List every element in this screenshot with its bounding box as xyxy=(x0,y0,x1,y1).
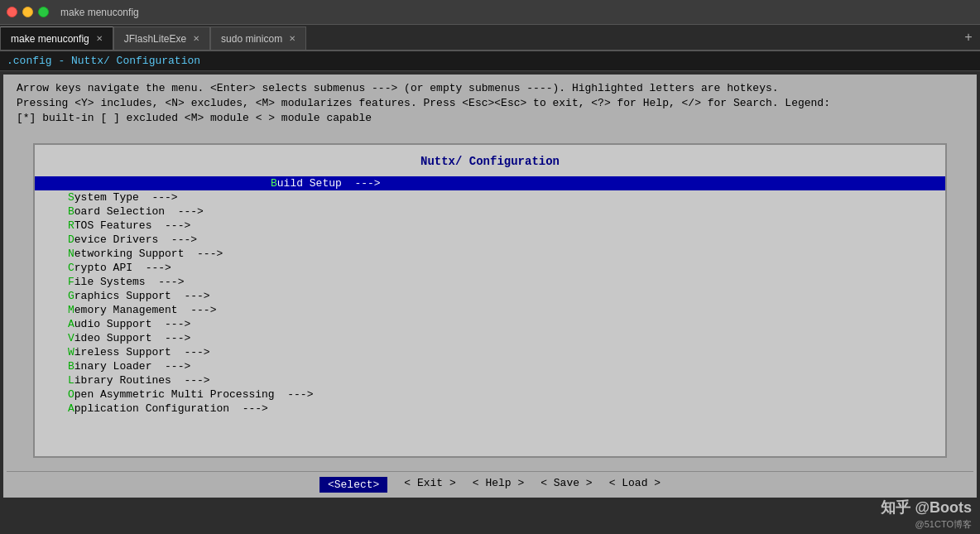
menu-item-9[interactable]: Memory Management ---> xyxy=(35,303,945,317)
menu-items-container: Build Setup --->System Type --->Board Se… xyxy=(35,176,945,416)
menu-item-15[interactable]: Open Asymmetric Multi Processing ---> xyxy=(35,387,945,402)
hotkey-2: B xyxy=(68,205,74,218)
menu-item-4[interactable]: Device Drivers ---> xyxy=(35,233,945,247)
menu-item-11[interactable]: Video Support ---> xyxy=(35,331,945,345)
hotkey-14: L xyxy=(68,374,74,387)
hotkey-8: G xyxy=(68,290,74,302)
save-button[interactable]: < Save > xyxy=(540,477,592,493)
menu-item-13[interactable]: Binary Loader ---> xyxy=(35,359,945,373)
hotkey-6: C xyxy=(68,262,74,274)
menu-item-7[interactable]: File Systems ---> xyxy=(35,275,945,289)
close-button[interactable] xyxy=(7,7,17,17)
window-chrome: make menuconfig xyxy=(0,0,980,25)
hotkey-1: S xyxy=(68,191,74,204)
menu-item-5[interactable]: Networking Support ---> xyxy=(35,247,945,261)
hotkey-4: D xyxy=(68,233,74,246)
load-button[interactable]: < Load > xyxy=(609,477,661,493)
watermark: 知乎 @Boots xyxy=(881,498,972,517)
terminal-line3: [*] built-in [ ] excluded <M> module < >… xyxy=(17,111,963,126)
menu-item-10[interactable]: Audio Support ---> xyxy=(35,317,945,331)
hotkey-15: O xyxy=(68,388,74,401)
watermark2: @51CTO博客 xyxy=(915,518,972,531)
terminal-line1: Arrow keys navigate the menu. <Enter> se… xyxy=(17,81,963,96)
maximize-button[interactable] xyxy=(38,7,49,17)
select-button[interactable]: <Select> xyxy=(319,477,387,493)
tab-jflashliteexe[interactable]: JFlashLiteExe ✕ xyxy=(113,26,210,50)
tab-bar: make menuconfig ✕ JFlashLiteExe ✕ sudo m… xyxy=(0,25,980,51)
hotkey-3: R xyxy=(68,219,74,232)
hotkey-16: A xyxy=(68,402,74,415)
tab-close-2[interactable]: ✕ xyxy=(193,34,199,43)
window-title: make menuconfig xyxy=(60,7,139,18)
config-title-bar: .config - Nuttx/ Configuration xyxy=(0,51,980,71)
hotkey-10: A xyxy=(68,318,74,330)
content-area: Arrow keys navigate the menu. <Enter> se… xyxy=(3,75,977,498)
main-area: Nuttx/ Configuration Build Setup --->Sys… xyxy=(7,133,973,471)
terminal-info: Arrow keys navigate the menu. <Enter> se… xyxy=(7,75,973,133)
menu-item-1[interactable]: System Type ---> xyxy=(35,190,945,204)
tab-sudo-minicom[interactable]: sudo minicom ✕ xyxy=(210,26,306,50)
tab-close-3[interactable]: ✕ xyxy=(289,34,295,43)
bottom-bar: <Select> < Exit > < Help > < Save > < Lo… xyxy=(7,471,973,498)
menu-item-3[interactable]: RTOS Features ---> xyxy=(35,219,945,233)
menu-item-8[interactable]: Graphics Support ---> xyxy=(35,289,945,303)
menu-box: Nuttx/ Configuration Build Setup --->Sys… xyxy=(33,143,947,458)
tab-make-menuconfig[interactable]: make menuconfig ✕ xyxy=(0,26,113,50)
menu-title: Nuttx/ Configuration xyxy=(35,155,945,168)
menu-item-2[interactable]: Board Selection ---> xyxy=(35,204,945,219)
hotkey-13: B xyxy=(68,360,74,373)
help-button[interactable]: < Help > xyxy=(473,477,524,493)
window: make menuconfig make menuconfig ✕ JFlash… xyxy=(0,0,980,534)
hotkey-5: N xyxy=(68,248,74,260)
tab-close-1[interactable]: ✕ xyxy=(96,34,103,43)
hotkey-0: B xyxy=(271,177,277,190)
menu-item-12[interactable]: Wireless Support ---> xyxy=(35,345,945,359)
add-tab-button[interactable]: + xyxy=(957,26,980,50)
menu-item-14[interactable]: Library Routines ---> xyxy=(35,373,945,387)
menu-item-16[interactable]: Application Configuration ---> xyxy=(35,402,945,416)
hotkey-11: V xyxy=(68,332,74,344)
minimize-button[interactable] xyxy=(22,7,33,17)
hotkey-7: F xyxy=(68,276,74,288)
config-title: .config - Nuttx/ Configuration xyxy=(7,55,200,67)
hotkey-12: W xyxy=(68,346,74,358)
menu-item-0[interactable]: Build Setup ---> xyxy=(35,176,945,190)
terminal-line2: Pressing <Y> includes, <N> excludes, <M>… xyxy=(17,96,963,111)
exit-button[interactable]: < Exit > xyxy=(404,477,455,493)
menu-item-6[interactable]: Crypto API ---> xyxy=(35,261,945,275)
hotkey-9: M xyxy=(68,304,74,316)
